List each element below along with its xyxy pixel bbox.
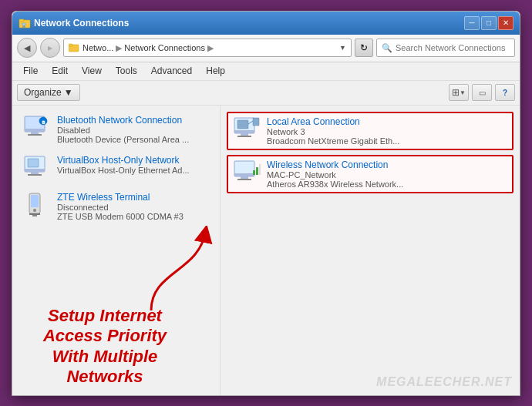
zte-status: Disconnected: [57, 203, 184, 212]
svg-rect-34: [237, 179, 251, 180]
help-button[interactable]: ?: [495, 84, 515, 101]
address-field[interactable]: Netwo... ▶ Network Connections ▶ ▼: [63, 39, 352, 57]
view-grid-icon: ⊞: [452, 87, 460, 98]
overlay-line4: Networks: [20, 367, 190, 387]
local-area-icon: [231, 116, 261, 143]
zte-connection-item[interactable]: ZTE Wireless Terminal Disconnected ZTE U…: [19, 189, 214, 224]
svg-rect-28: [237, 120, 248, 129]
bluetooth-icon: ʙ: [22, 115, 51, 141]
zte-name: ZTE Wireless Terminal: [57, 192, 184, 203]
local-area-status: Network 3: [267, 127, 399, 136]
wireless-name: Wireless Network Connection: [267, 159, 403, 170]
panel-icon: ▭: [479, 89, 486, 97]
svg-rect-1: [19, 19, 24, 22]
bluetooth-name: Bluetooth Network Connection: [57, 115, 189, 126]
forward-arrow-icon: ▶: [48, 45, 52, 52]
bluetooth-status: Disabled: [57, 126, 189, 135]
virtualbox-connection-item[interactable]: VirtualBox Host-Only Network VirtualBox …: [19, 152, 214, 184]
svg-rect-26: [241, 133, 248, 136]
path-separator-1: ▶: [116, 43, 122, 53]
svg-rect-17: [28, 159, 39, 167]
overlay-line3: With Multiple: [20, 347, 190, 367]
menu-help[interactable]: Help: [200, 64, 231, 78]
svg-rect-33: [241, 176, 248, 179]
menu-file[interactable]: File: [17, 64, 44, 78]
forward-button[interactable]: ▶: [40, 38, 60, 58]
svg-rect-2: [22, 23, 25, 25]
zte-icon: [22, 192, 51, 218]
menu-advanced[interactable]: Advanced: [145, 64, 198, 78]
close-button[interactable]: ✕: [498, 16, 513, 30]
arrow-icon: [143, 226, 221, 318]
search-input[interactable]: [396, 43, 510, 52]
address-bar: ◀ ▶ Netwo... ▶ Network Connections ▶ ▼ ↻…: [12, 35, 520, 62]
svg-rect-22: [29, 213, 40, 215]
overlay-line2: Access Priority: [20, 326, 190, 346]
main-window: Network Connections ─ □ ✕ ◀ ▶ Netwo... ▶…: [12, 11, 520, 396]
svg-rect-37: [259, 164, 261, 175]
svg-rect-27: [237, 136, 251, 137]
svg-rect-25: [234, 130, 254, 133]
help-icon: ?: [503, 89, 507, 97]
bluetooth-detail: Bluetooth Device (Personal Area ...: [57, 135, 189, 144]
search-box[interactable]: 🔍: [376, 39, 515, 57]
virtualbox-name: VirtualBox Host-Only Network: [57, 155, 190, 166]
local-area-connection-item[interactable]: Local Area Connection Network 3 Broadcom…: [227, 112, 513, 150]
toolbar-left: Organize ▼: [17, 84, 80, 101]
virtualbox-detail: VirtualBox Host-Only Ethernet Ad...: [57, 166, 190, 175]
svg-point-20: [33, 209, 36, 212]
refresh-icon: ↻: [360, 42, 368, 53]
wireless-net-info: Wireless Network Connection MAC-PC_Netwo…: [267, 159, 403, 189]
path-part-2: Network Connections: [124, 43, 205, 52]
content-area: ʙ Bluetooth Network Connection Disabled …: [12, 106, 520, 395]
virtualbox-net-info: VirtualBox Host-Only Network VirtualBox …: [57, 155, 190, 175]
wireless-status: MAC-PC_Network: [267, 170, 403, 180]
svg-rect-19: [31, 195, 39, 207]
path-separator-2: ▶: [207, 43, 214, 53]
view-toggle-button[interactable]: ⊞ ▼: [449, 84, 469, 101]
local-area-name: Local Area Connection: [267, 116, 399, 127]
overlay-text: Setup Internet Access Priority With Mult…: [20, 306, 190, 388]
wireless-connection-item[interactable]: Wireless Network Connection MAC-PC_Netwo…: [227, 155, 513, 193]
menu-tools[interactable]: Tools: [109, 64, 143, 78]
svg-rect-10: [28, 134, 42, 136]
folder-network-icon: [19, 17, 31, 29]
menu-edit[interactable]: Edit: [45, 64, 74, 78]
svg-rect-35: [253, 170, 255, 175]
organize-dropdown-icon: ▼: [64, 87, 73, 98]
svg-rect-16: [28, 174, 42, 176]
maximize-button[interactable]: □: [481, 16, 497, 30]
search-icon: 🔍: [382, 43, 392, 53]
title-bar-controls: ─ □ ✕: [464, 16, 513, 30]
wireless-detail: Atheros AR938x Wireless Network...: [267, 180, 403, 189]
svg-rect-36: [256, 167, 258, 175]
local-area-detail: Broadcom NetXtreme Gigabit Eth...: [267, 136, 399, 146]
left-panel: ʙ Bluetooth Network Connection Disabled …: [12, 106, 221, 395]
menu-bar: File Edit View Tools Advanced Help: [12, 62, 520, 81]
right-panel: Local Area Connection Network 3 Broadcom…: [221, 106, 520, 395]
back-button[interactable]: ◀: [17, 38, 37, 58]
svg-rect-6: [69, 44, 72, 46]
virtualbox-icon: [22, 155, 51, 181]
refresh-button[interactable]: ↻: [355, 39, 373, 57]
svg-text:ʙ: ʙ: [42, 119, 45, 126]
title-bar-left: Network Connections: [19, 17, 129, 29]
svg-rect-32: [234, 173, 254, 176]
bluetooth-connection-item[interactable]: ʙ Bluetooth Network Connection Disabled …: [19, 112, 214, 147]
panel-toggle-button[interactable]: ▭: [472, 84, 492, 101]
minimize-button[interactable]: ─: [464, 16, 480, 30]
address-dropdown-icon[interactable]: ▼: [339, 44, 346, 52]
zte-detail: ZTE USB Modem 6000 CDMA #3: [57, 212, 184, 221]
title-bar: Network Connections ─ □ ✕: [12, 12, 520, 35]
zte-net-info: ZTE Wireless Terminal Disconnected ZTE U…: [57, 192, 184, 221]
view-dropdown-icon: ▼: [460, 89, 466, 96]
organize-label: Organize: [24, 87, 62, 98]
svg-rect-9: [31, 132, 39, 134]
watermark-text: MEGALEECHER.NET: [376, 375, 512, 389]
wireless-icon: [231, 159, 261, 186]
toolbar-right: ⊞ ▼ ▭ ?: [449, 84, 515, 101]
svg-rect-8: [25, 129, 45, 132]
organize-button[interactable]: Organize ▼: [17, 84, 80, 101]
local-area-net-info: Local Area Connection Network 3 Broadcom…: [267, 116, 399, 146]
menu-view[interactable]: View: [76, 64, 108, 78]
